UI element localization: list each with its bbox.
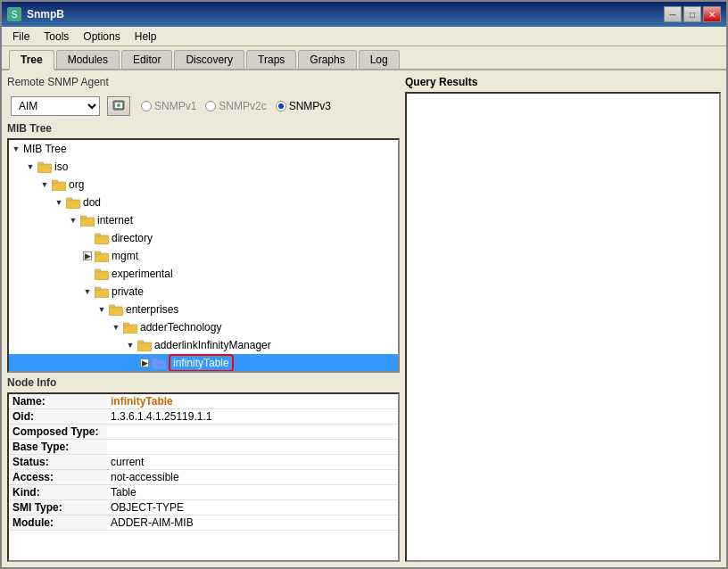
node-label-org: org (69, 178, 84, 191)
folder-icon-iso (37, 161, 52, 173)
snmp-options: SNMPv1 SNMPv2c SNMPv3 (141, 100, 331, 112)
svg-rect-8 (66, 198, 72, 201)
menu-help[interactable]: Help (128, 29, 164, 45)
tab-modules[interactable]: Modules (56, 50, 120, 69)
agent-config-button[interactable] (107, 96, 130, 116)
info-value: Table (107, 485, 398, 500)
tree-scroll[interactable]: ▼MIB Tree▼ iso▼ org▼ dod▼ internet direc… (9, 140, 398, 371)
mib-tree-box[interactable]: ▼MIB Tree▼ iso▼ org▼ dod▼ internet direc… (7, 138, 400, 373)
folder-icon-experimental (95, 268, 109, 280)
svg-rect-22 (123, 323, 129, 326)
svg-rect-11 (95, 235, 109, 244)
snmpv3-option[interactable]: SNMPv3 (276, 100, 331, 112)
minimize-button[interactable]: ─ (664, 6, 682, 22)
tree-node-mib-root[interactable]: ▼MIB Tree (9, 140, 398, 158)
svg-rect-13 (95, 253, 109, 262)
info-row: Status:current (9, 455, 398, 470)
tree-node-enterprises[interactable]: ▼ enterprises (9, 301, 398, 318)
svg-point-2 (117, 103, 120, 107)
svg-rect-19 (109, 307, 123, 316)
snmpv3-radio[interactable] (276, 101, 286, 111)
folder-icon-directory (95, 233, 109, 244)
tree-node-adderTechnology[interactable]: ▼ adderTechnology (9, 318, 398, 336)
node-label-mgmt: mgmt (112, 250, 138, 262)
tree-node-private[interactable]: ▼ private (9, 283, 398, 301)
menu-file[interactable]: File (5, 29, 37, 45)
tab-discovery[interactable]: Discovery (174, 50, 244, 69)
folder-icon-adderlinkInfinityManager (137, 340, 152, 351)
tree-expander-private[interactable]: ▼ (80, 284, 95, 299)
tab-editor[interactable]: Editor (121, 50, 172, 69)
svg-rect-9 (80, 218, 95, 227)
info-value: infinityTable (107, 394, 398, 409)
tab-traps[interactable]: Traps (246, 50, 296, 69)
info-value: current (107, 455, 398, 470)
node-label-experimental: experimental (112, 268, 173, 280)
tab-tree[interactable]: Tree (9, 50, 54, 70)
tab-graphs[interactable]: Graphs (298, 50, 356, 69)
info-row: Kind:Table (9, 485, 398, 500)
agent-section-label: Remote SNMP Agent (7, 76, 400, 88)
info-value (107, 440, 398, 455)
tree-expander-iso[interactable]: ▼ (23, 160, 37, 174)
tree-expander-enterprises[interactable]: ▼ (95, 302, 109, 317)
node-label-adderTechnology: adderTechnology (140, 321, 221, 334)
node-label-internet: internet (97, 214, 133, 227)
tab-log[interactable]: Log (359, 50, 400, 69)
tree-node-internet[interactable]: ▼ internet (9, 211, 398, 229)
menu-tools[interactable]: Tools (37, 29, 76, 45)
folder-icon-adderTechnology (123, 322, 137, 334)
tree-node-adderlinkInfinityManager[interactable]: ▼ adderlinkInfinityManager (9, 336, 398, 354)
svg-rect-20 (109, 305, 115, 308)
query-results-label: Query Results (405, 76, 721, 88)
snmpv2c-option[interactable]: SNMPv2c (205, 100, 266, 112)
folder-icon-enterprises (109, 304, 123, 316)
tree-expander-directory (80, 231, 95, 245)
close-button[interactable]: ✕ (703, 6, 721, 22)
tree-expander-infinityTable[interactable]: ▶ (137, 356, 152, 370)
snmpv2c-radio[interactable] (205, 101, 216, 111)
maximize-button[interactable]: □ (683, 6, 701, 22)
tree-expander-dod[interactable]: ▼ (52, 195, 66, 210)
node-label-dod: dod (83, 196, 101, 209)
tree-node-directory[interactable]: directory (9, 229, 398, 247)
folder-icon-infinityTable (152, 358, 166, 369)
tree-node-infinityTable[interactable]: ▶ infinityTable (9, 354, 398, 371)
window-controls: ─ □ ✕ (664, 6, 721, 22)
info-key: Name: (9, 394, 107, 409)
tree-expander-org[interactable]: ▼ (37, 177, 52, 192)
menu-options[interactable]: Options (76, 29, 127, 45)
agent-dropdown[interactable]: AIM (11, 96, 100, 116)
tree-node-dod[interactable]: ▼ dod (9, 194, 398, 211)
svg-rect-7 (66, 200, 80, 209)
right-panel: Query Results (405, 76, 721, 562)
info-row: Base Type: (9, 440, 398, 455)
folder-icon-dod (66, 197, 80, 209)
svg-rect-14 (95, 252, 101, 254)
info-row: Name:infinityTable (9, 394, 398, 409)
tree-expander-mib-root[interactable]: ▼ (9, 142, 23, 156)
svg-rect-10 (80, 216, 87, 219)
tree-expander-internet[interactable]: ▼ (66, 213, 80, 227)
svg-rect-25 (152, 360, 166, 369)
snmpv1-option[interactable]: SNMPv1 (141, 100, 196, 112)
snmpv1-radio[interactable] (141, 101, 152, 111)
query-results-box[interactable] (405, 92, 721, 562)
tree-expander-adderTechnology[interactable]: ▼ (109, 320, 123, 334)
tree-expander-adderlinkInfinityManager[interactable]: ▼ (123, 338, 137, 352)
node-label-enterprises: enterprises (126, 303, 178, 316)
main-window: S SnmpB ─ □ ✕ File Tools Options Help Tr… (0, 0, 728, 569)
tree-node-mgmt[interactable]: ▶ mgmt (9, 247, 398, 265)
svg-rect-16 (95, 269, 101, 272)
info-key: Composed Type: (9, 425, 107, 440)
tree-node-org[interactable]: ▼ org (9, 176, 398, 194)
node-highlight-infinityTable: infinityTable (169, 354, 234, 371)
tree-node-iso[interactable]: ▼ iso (9, 158, 398, 176)
mib-tree-label: MIB Tree (7, 122, 400, 135)
tree-expander-mgmt[interactable]: ▶ (80, 249, 95, 263)
svg-rect-24 (137, 341, 144, 343)
info-value (107, 425, 398, 440)
tree-node-experimental[interactable]: experimental (9, 265, 398, 283)
svg-rect-3 (37, 164, 52, 173)
node-info-box: Name:infinityTableOid:1.3.6.1.4.1.25119.… (7, 392, 400, 562)
